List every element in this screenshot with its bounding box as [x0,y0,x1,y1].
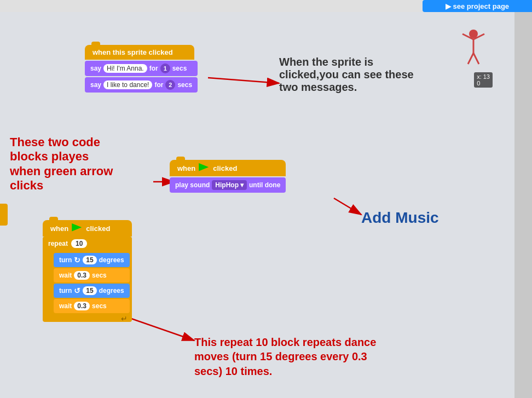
see-project-label: ▶ see project page [446,2,509,10]
canvas-area: when this sprite clicked say Hi! I'm Ann… [0,12,514,398]
green-flag-icon-2 [72,223,82,233]
sprite-clicked-block-group: when this sprite clicked say Hi! I'm Ann… [85,45,198,93]
y-coord: 0 [477,80,480,86]
sprite-figure [460,28,487,67]
wait1-num: 0.3 [74,271,90,280]
coords-badge: x: 13 0 [474,72,493,88]
when-sprite-clicked-block[interactable]: when this sprite clicked [85,45,194,60]
annotation-sprite-clicked: When the sprite is clicked,you can see t… [279,56,414,94]
say-hi-num: 1 [160,64,170,73]
svg-line-0 [208,78,279,83]
repeat-body: turn ↻ 15 degrees wait 0.3 secs turn ↺ 1… [43,251,132,315]
turn-cw-block[interactable]: turn ↻ 15 degrees [54,253,130,267]
dropdown-arrow-icon: ▾ [240,181,244,189]
say-dance-block[interactable]: say I like to dance! for 2 secs [85,77,198,93]
music-block-group: when clicked play sound HipHop ▾ until d… [170,160,286,193]
dance-block-group: when clicked repeat 10 turn ↻ 15 degrees… [43,220,132,322]
annotation-add-music: Add Music [361,209,439,227]
x-coord: x: 13 [477,73,490,80]
say-hi-block[interactable]: say Hi! I'm Anna. for 1 secs [85,61,198,76]
turn1-num: 15 [83,256,96,264]
wait2-block[interactable]: wait 0.3 secs [54,299,130,313]
annotation-two-blocks: These two code blocks playes when green … [10,135,113,193]
right-panel [514,12,532,398]
turn-cw-icon: ↻ [74,256,80,264]
say-dance-value: I like to dance! [103,80,152,89]
annotation-repeat: This repeat 10 block repeats dance moves… [194,335,376,378]
wait2-num: 0.3 [74,302,90,310]
sound-dropdown[interactable]: HipHop ▾ [212,180,247,190]
svg-line-2 [334,198,361,215]
repeat-end-arrow: ↵ [121,314,128,323]
svg-line-10 [473,53,479,64]
when-flag-clicked-dance[interactable]: when clicked [43,220,132,237]
svg-line-3 [131,319,194,341]
when-flag-clicked-music[interactable]: when clicked [170,160,286,176]
svg-line-9 [468,53,473,64]
turn2-num: 15 [83,286,96,295]
play-sound-block[interactable]: play sound HipHop ▾ until done [170,177,286,193]
turn-ccw-icon: ↺ [74,286,80,295]
repeat-num: 10 [71,239,87,248]
repeat-header[interactable]: repeat 10 [43,237,132,251]
see-project-button[interactable]: ▶ see project page [423,0,532,12]
turn-ccw-block[interactable]: turn ↺ 15 degrees [54,284,130,298]
say-hi-value: Hi! I'm Anna. [103,64,147,73]
repeat-block: repeat 10 turn ↻ 15 degrees wait 0.3 sec… [43,237,132,322]
say-dance-num: 2 [165,80,175,90]
wait1-block[interactable]: wait 0.3 secs [54,268,130,282]
left-edge-button[interactable] [0,204,8,226]
green-flag-icon [199,163,209,173]
repeat-footer: ↵ [43,315,132,322]
